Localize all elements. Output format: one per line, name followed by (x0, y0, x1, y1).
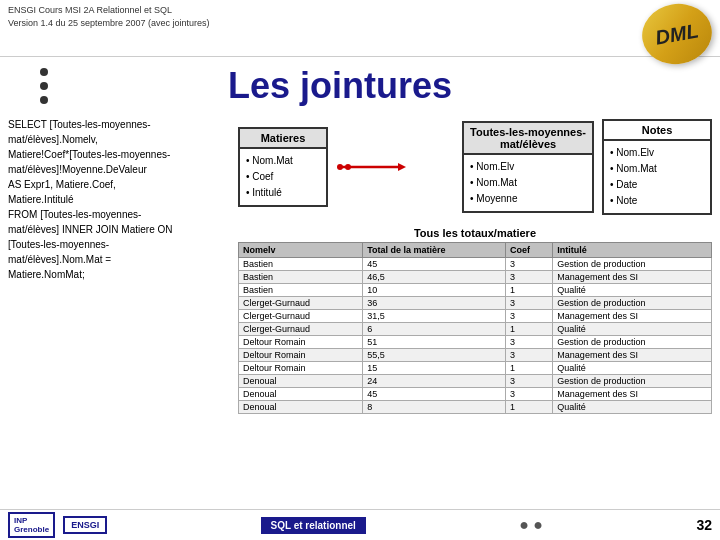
table-cell: 1 (505, 362, 552, 375)
table-cell: Bastien (239, 271, 363, 284)
results-tbody: Bastien453Gestion de productionBastien46… (239, 258, 712, 414)
table-cell: Denoual (239, 375, 363, 388)
table-cell: 3 (505, 375, 552, 388)
table-row: Deltour Romain151Qualité (239, 362, 712, 375)
results-title: Tous les totaux/matiere (238, 227, 712, 239)
inp-logo: INPGrenoble (8, 512, 55, 538)
table-container: Tous les totaux/matiere Nomelv Total de … (238, 227, 712, 414)
table-cell: Gestion de production (553, 336, 712, 349)
table-cell: 1 (505, 401, 552, 414)
table-cell: Gestion de production (553, 297, 712, 310)
bullet-list (40, 68, 48, 104)
sql-button[interactable]: SQL et relationnel (261, 517, 366, 534)
moyennes-field-2: • Nom.Mat (470, 175, 586, 191)
dml-badge-container: DML (622, 4, 712, 54)
notes-header: Notes (604, 121, 710, 141)
table-cell: 3 (505, 297, 552, 310)
footer: INPGrenoble ENSGI SQL et relationnel ● ●… (0, 509, 720, 540)
table-row: Denoual81Qualité (239, 401, 712, 414)
table-cell: Gestion de production (553, 258, 712, 271)
table-cell: Denoual (239, 388, 363, 401)
notes-field-1: • Nom.Elv (610, 145, 704, 161)
table-cell: 1 (505, 284, 552, 297)
table-cell: 31,5 (363, 310, 506, 323)
matieres-body: • Nom.Mat • Coef • Intitulé (240, 149, 326, 205)
notes-field-4: • Note (610, 193, 704, 209)
table-cell: 3 (505, 310, 552, 323)
footer-dots: ● ● (519, 516, 543, 534)
matieres-field-2: • Coef (246, 169, 320, 185)
table-cell: 10 (363, 284, 506, 297)
diagram-area: Matieres • Nom.Mat • Coef • Intitulé T (238, 115, 712, 414)
table-cell: 6 (363, 323, 506, 336)
table-cell: Clerget-Gurnaud (239, 310, 363, 323)
table-row: Denoual453Management des SI (239, 388, 712, 401)
table-cell: Qualité (553, 401, 712, 414)
svg-marker-3 (398, 163, 406, 171)
notes-field-3: • Date (610, 177, 704, 193)
table-row: Bastien101Qualité (239, 284, 712, 297)
table-cell: Management des SI (553, 349, 712, 362)
page-title: Les jointures (60, 65, 620, 107)
table-cell: Denoual (239, 401, 363, 414)
notes-body: • Nom.Elv • Nom.Mat • Date • Note (604, 141, 710, 213)
table-cell: Clerget-Gurnaud (239, 323, 363, 336)
table-cell: Bastien (239, 258, 363, 271)
table-cell: 24 (363, 375, 506, 388)
table-cell: Management des SI (553, 388, 712, 401)
course-title: ENSGI Cours MSI 2A Relationnel et SQL (8, 4, 210, 17)
title-area: Les jointures (0, 57, 720, 115)
table-row: Clerget-Gurnaud61Qualité (239, 323, 712, 336)
results-table: Nomelv Total de la matière Coef Intitulé… (238, 242, 712, 414)
table-header-row: Nomelv Total de la matière Coef Intitulé (239, 243, 712, 258)
results-section: Tous les totaux/matiere Nomelv Total de … (238, 227, 712, 414)
matieres-entity: Matieres • Nom.Mat • Coef • Intitulé (238, 127, 328, 207)
header-left: ENSGI Cours MSI 2A Relationnel et SQL Ve… (8, 4, 210, 29)
table-cell: Qualité (553, 284, 712, 297)
table-row: Deltour Romain513Gestion de production (239, 336, 712, 349)
table-cell: Gestion de production (553, 375, 712, 388)
main-content: SELECT [Toutes-les-moyennes-mat/élèves].… (0, 115, 720, 414)
table-cell: 15 (363, 362, 506, 375)
table-row: Clerget-Gurnaud31,53Management des SI (239, 310, 712, 323)
bullet-3 (40, 96, 48, 104)
join-arrow (336, 159, 454, 175)
moyennes-header: Toutes-les-moyennes-mat/élèves (464, 123, 592, 155)
bullet-1 (40, 68, 48, 76)
ensgi-logo: ENSGI (63, 516, 107, 534)
sql-code: SELECT [Toutes-les-moyennes-mat/élèves].… (8, 115, 228, 284)
table-cell: Management des SI (553, 310, 712, 323)
table-cell: 45 (363, 258, 506, 271)
table-cell: 36 (363, 297, 506, 310)
moyennes-entity: Toutes-les-moyennes-mat/élèves • Nom.Elv… (462, 121, 594, 213)
table-cell: Management des SI (553, 271, 712, 284)
table-cell: 3 (505, 388, 552, 401)
table-cell: 3 (505, 349, 552, 362)
matieres-header: Matieres (240, 129, 326, 149)
table-cell: 1 (505, 323, 552, 336)
table-cell: 3 (505, 258, 552, 271)
table-cell: Qualité (553, 323, 712, 336)
col-nomelv: Nomelv (239, 243, 363, 258)
table-cell: 46,5 (363, 271, 506, 284)
table-cell: Clerget-Gurnaud (239, 297, 363, 310)
table-cell: 45 (363, 388, 506, 401)
page-number: 32 (696, 517, 712, 533)
col-total: Total de la matière (363, 243, 506, 258)
table-cell: 3 (505, 271, 552, 284)
table-cell: Deltour Romain (239, 349, 363, 362)
table-cell: Deltour Romain (239, 336, 363, 349)
moyennes-field-1: • Nom.Elv (470, 159, 586, 175)
notes-field-2: • Nom.Mat (610, 161, 704, 177)
table-row: Clerget-Gurnaud363Gestion de production (239, 297, 712, 310)
table-cell: 3 (505, 336, 552, 349)
col-coef: Coef (505, 243, 552, 258)
footer-logos: INPGrenoble ENSGI (8, 512, 107, 538)
table-cell: Deltour Romain (239, 362, 363, 375)
table-cell: Bastien (239, 284, 363, 297)
table-row: Bastien46,53Management des SI (239, 271, 712, 284)
version-info: Version 1.4 du 25 septembre 2007 (avec j… (8, 17, 210, 30)
table-row: Denoual243Gestion de production (239, 375, 712, 388)
header: ENSGI Cours MSI 2A Relationnel et SQL Ve… (0, 0, 720, 57)
table-row: Bastien453Gestion de production (239, 258, 712, 271)
